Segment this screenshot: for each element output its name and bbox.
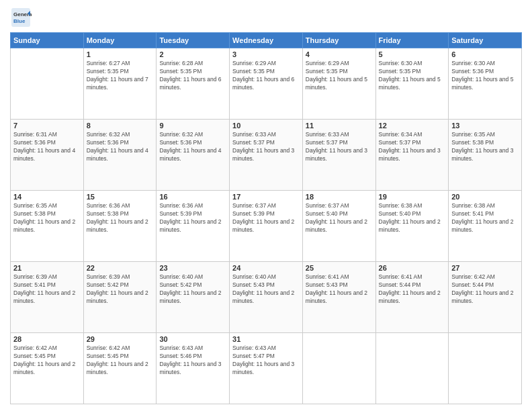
day-info: Sunrise: 6:28 AMSunset: 5:35 PMDaylight:…	[159, 60, 226, 92]
day-info: Sunrise: 6:38 AMSunset: 5:40 PMDaylight:…	[379, 202, 446, 234]
weekday-header-row: SundayMondayTuesdayWednesdayThursdayFrid…	[11, 33, 522, 48]
day-number: 2	[159, 50, 226, 58]
day-number: 5	[379, 50, 446, 58]
day-info: Sunrise: 6:35 AMSunset: 5:38 PMDaylight:…	[13, 202, 81, 234]
day-number: 23	[159, 264, 226, 272]
calendar-cell: 24Sunrise: 6:40 AMSunset: 5:43 PMDayligh…	[230, 262, 303, 333]
calendar-cell: 17Sunrise: 6:37 AMSunset: 5:39 PMDayligh…	[230, 191, 303, 262]
header: General Blue	[10, 7, 522, 28]
calendar-cell: 3Sunrise: 6:29 AMSunset: 5:35 PMDaylight…	[230, 48, 303, 120]
day-number: 31	[232, 335, 300, 343]
calendar-cell: 23Sunrise: 6:40 AMSunset: 5:42 PMDayligh…	[157, 262, 230, 333]
day-info: Sunrise: 6:39 AMSunset: 5:41 PMDaylight:…	[13, 273, 81, 306]
calendar-cell: 30Sunrise: 6:43 AMSunset: 5:46 PMDayligh…	[157, 333, 230, 404]
calendar-cell	[449, 333, 522, 404]
day-number: 17	[232, 193, 300, 201]
day-info: Sunrise: 6:37 AMSunset: 5:39 PMDaylight:…	[232, 202, 300, 234]
day-number: 15	[87, 193, 154, 201]
day-info: Sunrise: 6:38 AMSunset: 5:41 PMDaylight:…	[451, 202, 519, 234]
calendar-cell: 18Sunrise: 6:37 AMSunset: 5:40 PMDayligh…	[302, 191, 375, 262]
day-number: 7	[13, 122, 81, 130]
day-info: Sunrise: 6:40 AMSunset: 5:43 PMDaylight:…	[232, 273, 300, 306]
calendar-cell: 6Sunrise: 6:30 AMSunset: 5:36 PMDaylight…	[449, 48, 522, 120]
day-info: Sunrise: 6:29 AMSunset: 5:35 PMDaylight:…	[306, 60, 373, 92]
calendar-cell: 12Sunrise: 6:34 AMSunset: 5:37 PMDayligh…	[375, 120, 449, 191]
calendar-cell: 20Sunrise: 6:38 AMSunset: 5:41 PMDayligh…	[449, 191, 522, 262]
day-info: Sunrise: 6:43 AMSunset: 5:47 PMDaylight:…	[232, 345, 300, 377]
day-number: 25	[306, 264, 373, 272]
day-number: 20	[451, 193, 519, 201]
day-info: Sunrise: 6:30 AMSunset: 5:36 PMDaylight:…	[451, 60, 519, 92]
day-number: 29	[87, 335, 154, 343]
logo-icon: General Blue	[10, 7, 32, 28]
calendar-cell: 28Sunrise: 6:42 AMSunset: 5:45 PMDayligh…	[11, 333, 84, 404]
day-number: 26	[379, 264, 446, 272]
day-info: Sunrise: 6:41 AMSunset: 5:44 PMDaylight:…	[379, 273, 446, 306]
day-number: 10	[232, 122, 300, 130]
day-info: Sunrise: 6:42 AMSunset: 5:45 PMDaylight:…	[87, 345, 154, 377]
day-info: Sunrise: 6:32 AMSunset: 5:36 PMDaylight:…	[159, 131, 226, 163]
day-info: Sunrise: 6:33 AMSunset: 5:37 PMDaylight:…	[232, 131, 300, 163]
calendar-cell: 25Sunrise: 6:41 AMSunset: 5:43 PMDayligh…	[302, 262, 375, 333]
day-number: 4	[306, 50, 373, 58]
day-number: 22	[87, 264, 154, 272]
weekday-header-friday: Friday	[375, 33, 449, 48]
day-number: 8	[87, 122, 154, 130]
day-info: Sunrise: 6:32 AMSunset: 5:36 PMDaylight:…	[87, 131, 154, 163]
day-number: 1	[87, 50, 154, 58]
calendar-cell: 9Sunrise: 6:32 AMSunset: 5:36 PMDaylight…	[157, 120, 230, 191]
day-number: 30	[159, 335, 226, 343]
day-info: Sunrise: 6:30 AMSunset: 5:35 PMDaylight:…	[379, 60, 446, 92]
weekday-header-tuesday: Tuesday	[157, 33, 230, 48]
day-info: Sunrise: 6:29 AMSunset: 5:35 PMDaylight:…	[232, 60, 300, 92]
logo: General Blue	[10, 7, 32, 28]
day-number: 11	[306, 122, 373, 130]
weekday-header-monday: Monday	[83, 33, 157, 48]
calendar-cell	[11, 48, 84, 120]
calendar-cell: 14Sunrise: 6:35 AMSunset: 5:38 PMDayligh…	[11, 191, 84, 262]
calendar-cell: 29Sunrise: 6:42 AMSunset: 5:45 PMDayligh…	[83, 333, 157, 404]
day-info: Sunrise: 6:41 AMSunset: 5:43 PMDaylight:…	[306, 273, 373, 306]
day-info: Sunrise: 6:33 AMSunset: 5:37 PMDaylight:…	[306, 131, 373, 163]
day-number: 18	[306, 193, 373, 201]
day-info: Sunrise: 6:35 AMSunset: 5:38 PMDaylight:…	[451, 131, 519, 163]
calendar-cell	[375, 333, 449, 404]
day-number: 27	[451, 264, 519, 272]
day-info: Sunrise: 6:27 AMSunset: 5:35 PMDaylight:…	[87, 60, 154, 92]
weekday-header-sunday: Sunday	[11, 33, 84, 48]
calendar-week-3: 14Sunrise: 6:35 AMSunset: 5:38 PMDayligh…	[11, 191, 522, 262]
day-number: 9	[159, 122, 226, 130]
svg-text:Blue: Blue	[13, 18, 26, 24]
day-info: Sunrise: 6:34 AMSunset: 5:37 PMDaylight:…	[379, 131, 446, 163]
calendar-cell: 5Sunrise: 6:30 AMSunset: 5:35 PMDaylight…	[375, 48, 449, 120]
day-number: 21	[13, 264, 81, 272]
day-number: 28	[13, 335, 81, 343]
calendar-cell: 21Sunrise: 6:39 AMSunset: 5:41 PMDayligh…	[11, 262, 84, 333]
calendar-cell: 31Sunrise: 6:43 AMSunset: 5:47 PMDayligh…	[230, 333, 303, 404]
day-number: 6	[451, 50, 519, 58]
day-info: Sunrise: 6:37 AMSunset: 5:40 PMDaylight:…	[306, 202, 373, 234]
day-info: Sunrise: 6:36 AMSunset: 5:39 PMDaylight:…	[159, 202, 226, 234]
day-info: Sunrise: 6:42 AMSunset: 5:44 PMDaylight:…	[451, 273, 519, 306]
calendar-cell: 11Sunrise: 6:33 AMSunset: 5:37 PMDayligh…	[302, 120, 375, 191]
calendar-week-1: 1Sunrise: 6:27 AMSunset: 5:35 PMDaylight…	[11, 48, 522, 120]
calendar-cell: 16Sunrise: 6:36 AMSunset: 5:39 PMDayligh…	[157, 191, 230, 262]
day-info: Sunrise: 6:39 AMSunset: 5:42 PMDaylight:…	[87, 273, 154, 306]
calendar-cell: 1Sunrise: 6:27 AMSunset: 5:35 PMDaylight…	[83, 48, 157, 120]
day-info: Sunrise: 6:40 AMSunset: 5:42 PMDaylight:…	[159, 273, 226, 306]
calendar-cell: 22Sunrise: 6:39 AMSunset: 5:42 PMDayligh…	[83, 262, 157, 333]
calendar-cell: 19Sunrise: 6:38 AMSunset: 5:40 PMDayligh…	[375, 191, 449, 262]
day-info: Sunrise: 6:42 AMSunset: 5:45 PMDaylight:…	[13, 345, 81, 377]
calendar-table: SundayMondayTuesdayWednesdayThursdayFrid…	[10, 32, 522, 404]
day-info: Sunrise: 6:31 AMSunset: 5:36 PMDaylight:…	[13, 131, 81, 163]
calendar-week-5: 28Sunrise: 6:42 AMSunset: 5:45 PMDayligh…	[11, 333, 522, 404]
weekday-header-saturday: Saturday	[449, 33, 522, 48]
day-number: 12	[379, 122, 446, 130]
calendar-cell: 10Sunrise: 6:33 AMSunset: 5:37 PMDayligh…	[230, 120, 303, 191]
calendar-cell: 8Sunrise: 6:32 AMSunset: 5:36 PMDaylight…	[83, 120, 157, 191]
calendar-cell: 2Sunrise: 6:28 AMSunset: 5:35 PMDaylight…	[157, 48, 230, 120]
calendar-cell: 27Sunrise: 6:42 AMSunset: 5:44 PMDayligh…	[449, 262, 522, 333]
day-number: 16	[159, 193, 226, 201]
calendar-cell: 7Sunrise: 6:31 AMSunset: 5:36 PMDaylight…	[11, 120, 84, 191]
weekday-header-wednesday: Wednesday	[230, 33, 303, 48]
